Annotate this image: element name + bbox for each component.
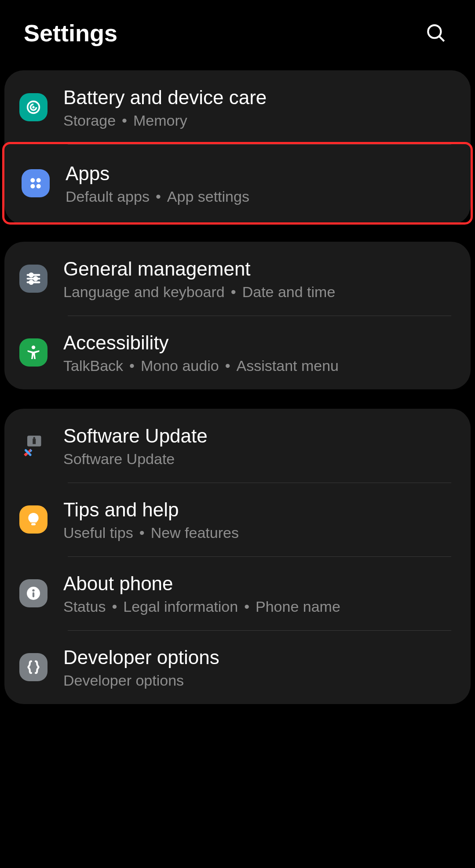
item-subtitle: Storage•Memory	[63, 112, 267, 129]
item-subtitle: Language and keyboard•Date and time	[63, 283, 335, 301]
svg-point-5	[37, 178, 41, 182]
item-title: Tips and help	[63, 498, 239, 522]
item-text: Tips and help Useful tips•New features	[63, 498, 239, 541]
svg-rect-20	[31, 523, 36, 525]
item-text: About phone Status•Legal information•Pho…	[63, 571, 340, 615]
settings-group: General management Language and keyboard…	[4, 242, 471, 389]
svg-point-3	[32, 106, 34, 108]
item-text: Battery and device care Storage•Memory	[63, 85, 267, 129]
settings-item-general[interactable]: General management Language and keyboard…	[4, 242, 471, 316]
settings-group: Software Update Software Update Tips and…	[4, 409, 471, 704]
bulb-icon	[19, 505, 48, 534]
svg-point-0	[428, 25, 441, 38]
svg-point-22	[32, 589, 34, 592]
item-text: Developer options Developer options	[63, 645, 219, 689]
item-title: General management	[63, 257, 335, 281]
item-text: Accessibility TalkBack•Mono audio•Assist…	[63, 330, 339, 374]
item-subtitle: Default apps•App settings	[66, 188, 249, 205]
settings-group: Battery and device care Storage•Memory A…	[4, 70, 471, 225]
svg-rect-23	[33, 592, 34, 598]
item-subtitle: Status•Legal information•Phone name	[63, 598, 340, 615]
apps-icon	[22, 169, 50, 197]
svg-marker-18	[30, 449, 32, 453]
item-title: Accessibility	[63, 330, 339, 355]
item-title: Developer options	[63, 645, 219, 669]
settings-item-about[interactable]: About phone Status•Legal information•Pho…	[4, 556, 471, 630]
item-text: Apps Default apps•App settings	[66, 161, 249, 205]
settings-item-battery[interactable]: Battery and device care Storage•Memory	[4, 70, 471, 144]
device-care-icon	[19, 93, 48, 121]
item-subtitle: Developer options	[63, 672, 219, 689]
svg-point-7	[37, 184, 41, 189]
svg-point-17	[33, 437, 35, 439]
page-title: Settings	[24, 19, 117, 47]
search-icon	[425, 22, 447, 44]
settings-item-apps[interactable]: Apps Default apps•App settings	[2, 142, 473, 225]
update-icon	[19, 432, 48, 460]
svg-point-13	[29, 281, 33, 284]
item-text: Software Update Software Update	[63, 424, 208, 468]
settings-item-accessibility[interactable]: Accessibility TalkBack•Mono audio•Assist…	[4, 316, 471, 389]
svg-point-6	[30, 184, 35, 189]
item-subtitle: TalkBack•Mono audio•Assistant menu	[63, 357, 339, 374]
item-subtitle: Useful tips•New features	[63, 524, 239, 541]
settings-screen: Settings Battery and device care	[0, 0, 475, 868]
item-subtitle: Software Update	[63, 450, 208, 468]
svg-marker-19	[24, 453, 26, 457]
search-button[interactable]	[420, 18, 451, 48]
info-icon	[19, 579, 48, 607]
svg-rect-16	[33, 439, 36, 444]
svg-line-1	[439, 36, 444, 41]
item-title: Software Update	[63, 424, 208, 448]
settings-item-tips[interactable]: Tips and help Useful tips•New features	[4, 483, 471, 556]
item-title: Apps	[66, 161, 249, 185]
item-title: About phone	[63, 571, 340, 596]
svg-point-12	[34, 277, 37, 280]
item-text: General management Language and keyboard…	[63, 257, 335, 301]
svg-point-14	[32, 345, 35, 349]
header: Settings	[0, 0, 475, 70]
item-title: Battery and device care	[63, 85, 267, 109]
settings-item-software-update[interactable]: Software Update Software Update	[4, 409, 471, 483]
braces-icon	[19, 653, 48, 681]
svg-point-11	[29, 273, 33, 276]
settings-item-developer[interactable]: Developer options Developer options	[4, 630, 471, 704]
svg-point-4	[30, 178, 35, 182]
accessibility-icon	[19, 338, 48, 367]
sliders-icon	[19, 265, 48, 293]
